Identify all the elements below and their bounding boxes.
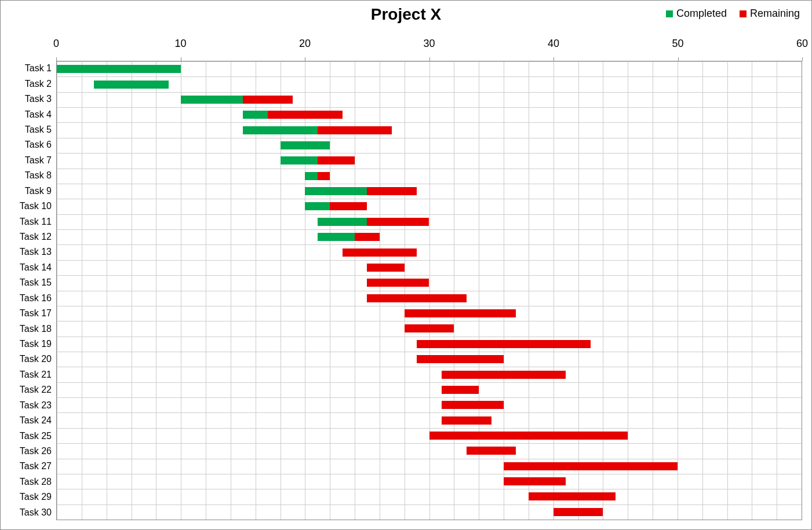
y-tick-label: Task 2 xyxy=(25,79,52,89)
gridline-horizontal xyxy=(57,412,802,413)
y-tick-label: Task 1 xyxy=(25,63,52,74)
gridline-horizontal xyxy=(57,474,802,474)
gridline-horizontal xyxy=(57,76,802,77)
y-tick-label: Task 21 xyxy=(20,370,52,380)
y-tick-label: Task 17 xyxy=(20,308,52,319)
x-tick-label: 10 xyxy=(174,38,186,50)
bar-remaining xyxy=(268,111,343,119)
y-tick-label: Task 29 xyxy=(20,492,52,502)
gridline-horizontal xyxy=(57,397,802,398)
x-tick-mark xyxy=(802,57,803,61)
y-tick-label: Task 8 xyxy=(25,170,52,181)
y-tick-label: Task 24 xyxy=(20,415,52,426)
legend: Completed Remaining xyxy=(666,8,800,20)
bar-remaining xyxy=(405,309,516,317)
bar-remaining xyxy=(467,447,516,455)
legend-item-remaining: Remaining xyxy=(740,8,800,20)
gridline-horizontal xyxy=(57,459,802,459)
gridline-horizontal xyxy=(57,229,802,230)
plot-wrapper: Task 1Task 2Task 3Task 4Task 5Task 6Task… xyxy=(10,35,802,520)
y-tick-label: Task 18 xyxy=(20,324,52,334)
gridline-horizontal xyxy=(57,291,802,291)
gridline-horizontal xyxy=(57,169,802,169)
y-tick-label: Task 20 xyxy=(20,354,52,364)
gridline-horizontal xyxy=(57,428,802,429)
gridline-horizontal xyxy=(57,337,802,337)
gridline-horizontal xyxy=(57,122,802,123)
bar-completed xyxy=(305,172,317,180)
gridline-horizontal xyxy=(57,489,802,489)
gridline-horizontal xyxy=(57,520,802,520)
y-tick-label: Task 11 xyxy=(20,217,52,227)
bar-completed xyxy=(305,187,367,195)
gridline-horizontal xyxy=(57,367,802,367)
bar-remaining xyxy=(405,324,454,332)
legend-label-remaining: Remaining xyxy=(750,8,800,20)
bar-remaining xyxy=(417,340,591,348)
bar-remaining xyxy=(318,172,330,180)
legend-swatch-remaining xyxy=(740,10,747,17)
bar-completed xyxy=(94,81,169,89)
gridline-horizontal xyxy=(57,153,802,153)
bar-completed xyxy=(305,202,330,210)
y-tick-label: Task 7 xyxy=(25,155,52,166)
y-tick-label: Task 12 xyxy=(20,232,52,242)
bar-remaining xyxy=(442,371,566,379)
bar-completed xyxy=(181,96,243,104)
gridline-horizontal xyxy=(57,275,802,276)
y-tick-label: Task 3 xyxy=(25,94,52,104)
y-tick-label: Task 30 xyxy=(20,507,52,518)
plot-area xyxy=(56,61,802,520)
gridline-horizontal xyxy=(57,184,802,184)
y-tick-label: Task 25 xyxy=(20,431,52,441)
y-axis-labels: Task 1Task 2Task 3Task 4Task 5Task 6Task… xyxy=(10,35,56,520)
y-tick-label: Task 22 xyxy=(20,385,52,395)
bar-remaining xyxy=(529,492,616,500)
gridline-horizontal xyxy=(57,214,802,215)
bar-remaining xyxy=(355,233,380,241)
bar-remaining xyxy=(504,462,678,470)
y-tick-label: Task 5 xyxy=(25,125,52,135)
gridline-horizontal xyxy=(57,244,802,245)
gridline-vertical xyxy=(802,61,802,520)
bar-completed xyxy=(281,156,318,165)
gridline-horizontal xyxy=(57,199,802,199)
y-tick-label: Task 10 xyxy=(20,201,52,211)
x-tick-label: 0 xyxy=(53,38,59,50)
y-tick-label: Task 23 xyxy=(20,400,52,411)
bar-remaining xyxy=(367,294,466,302)
bar-completed xyxy=(318,233,355,241)
bar-completed xyxy=(243,126,318,134)
x-axis: 0102030405060 xyxy=(56,35,802,61)
y-tick-label: Task 26 xyxy=(20,446,52,456)
legend-item-completed: Completed xyxy=(666,8,727,20)
x-tick-label: 30 xyxy=(423,38,435,50)
y-tick-label: Task 15 xyxy=(20,277,52,288)
y-tick-label: Task 27 xyxy=(20,461,52,471)
gridline-horizontal xyxy=(57,505,802,505)
gridline-horizontal xyxy=(57,107,802,108)
bar-remaining xyxy=(367,279,429,287)
x-tick-label: 50 xyxy=(672,38,683,50)
legend-label-completed: Completed xyxy=(676,8,727,20)
gridline-horizontal xyxy=(57,92,802,93)
bar-remaining xyxy=(417,355,504,363)
y-tick-label: Task 6 xyxy=(25,140,52,150)
bar-remaining xyxy=(318,126,392,134)
x-tick-label: 20 xyxy=(299,38,311,50)
gridline-horizontal xyxy=(57,321,802,321)
bar-remaining xyxy=(367,264,404,272)
bar-remaining xyxy=(330,202,367,210)
bar-remaining xyxy=(318,156,355,165)
bar-completed xyxy=(57,65,181,73)
legend-swatch-completed xyxy=(666,10,673,17)
y-tick-label: Task 4 xyxy=(25,109,52,120)
gridline-horizontal xyxy=(57,61,802,62)
bar-remaining xyxy=(429,432,628,440)
bar-remaining xyxy=(367,218,429,226)
chart-frame: Project X Completed Remaining Task 1Task… xyxy=(0,0,812,530)
gridline-horizontal xyxy=(57,443,802,444)
x-tick-label: 40 xyxy=(548,38,559,50)
y-tick-label: Task 16 xyxy=(20,293,52,304)
bar-remaining xyxy=(343,248,417,257)
